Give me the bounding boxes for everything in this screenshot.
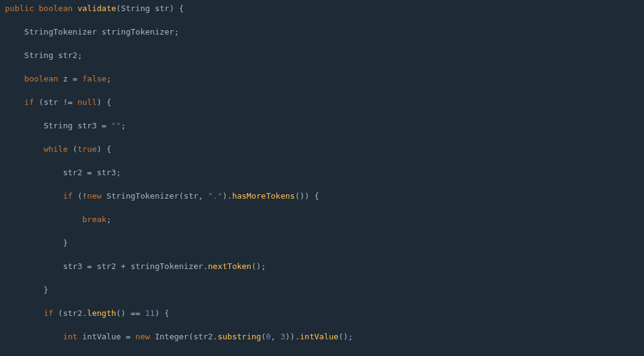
keyword-int: int: [63, 332, 77, 341]
code-editor[interactable]: public boolean validate(String str) { St…: [0, 0, 644, 356]
code-line: public boolean validate(String str) {: [5, 2, 644, 14]
code-line: if (str != null) {: [5, 96, 644, 108]
code-line: str3 = str2 + stringTokenizer.nextToken(…: [5, 260, 644, 272]
param-name: str: [155, 4, 169, 13]
keyword-if: if: [44, 308, 54, 318]
method-call: nextToken: [208, 262, 251, 271]
code-line: if (!new StringTokenizer(str, ".").hasMo…: [5, 190, 644, 202]
var-decl: str2: [58, 51, 77, 60]
var-decl: z: [63, 74, 68, 83]
literal-true: true: [77, 144, 96, 154]
literal-null: null: [77, 97, 96, 107]
code-line: StringTokenizer stringTokenizer;: [5, 26, 644, 38]
keyword-new: new: [87, 191, 101, 201]
code-line: while (true) {: [5, 143, 644, 155]
method-call: intValue: [300, 332, 339, 341]
code-line: String str3 = "";: [5, 120, 644, 131]
var-decl: str3: [77, 121, 96, 130]
var-ref: str2: [193, 332, 212, 341]
num-literal: 3: [280, 332, 285, 341]
code-line: }: [5, 237, 644, 249]
method-name: validate: [77, 4, 116, 13]
var-ref: str2: [63, 308, 82, 318]
literal-false: false: [82, 74, 106, 83]
code-line: if (str2.length() == 11) {: [5, 307, 644, 319]
code-line: String str2;: [5, 49, 644, 61]
keyword-new: new: [135, 332, 149, 341]
keyword-boolean: boolean: [39, 4, 73, 13]
var-decl: intValue: [82, 332, 121, 341]
num-literal: 0: [266, 332, 271, 341]
type-ref: String: [24, 51, 53, 60]
code-line: int intValue = new Integer(str2.substrin…: [5, 331, 644, 342]
var-ref: str2: [97, 262, 116, 271]
code-line: boolean z = false;: [5, 73, 644, 85]
keyword-if: if: [24, 97, 34, 107]
type-ref: StringTokenizer: [24, 27, 96, 36]
var-decl: stringTokenizer: [102, 27, 174, 36]
ctor: StringTokenizer: [106, 191, 178, 201]
code-line: }: [5, 284, 644, 296]
var-ref: str3: [97, 168, 116, 177]
var-ref: str: [184, 191, 198, 201]
method-call: hasMoreTokens: [232, 191, 295, 201]
code-line: break;: [5, 213, 644, 225]
method-call: length: [87, 308, 116, 318]
keyword-boolean: boolean: [24, 74, 58, 83]
keyword-while: while: [44, 144, 68, 154]
type-ref: String: [44, 121, 73, 130]
var-ref: stringTokenizer: [131, 262, 203, 271]
keyword-break: break: [82, 215, 106, 224]
var-ref: str: [44, 97, 58, 107]
code-line: str2 = str3;: [5, 167, 644, 178]
num-literal: 11: [145, 308, 155, 318]
keyword-if: if: [63, 191, 73, 201]
method-call: substring: [217, 332, 261, 341]
var-ref: str2: [63, 168, 82, 177]
string-literal: ".": [208, 191, 222, 201]
keyword-public: public: [5, 4, 34, 13]
var-ref: str3: [63, 262, 82, 271]
string-literal: "": [111, 121, 121, 130]
param-type: String: [121, 4, 150, 13]
ctor: Integer: [155, 332, 189, 341]
